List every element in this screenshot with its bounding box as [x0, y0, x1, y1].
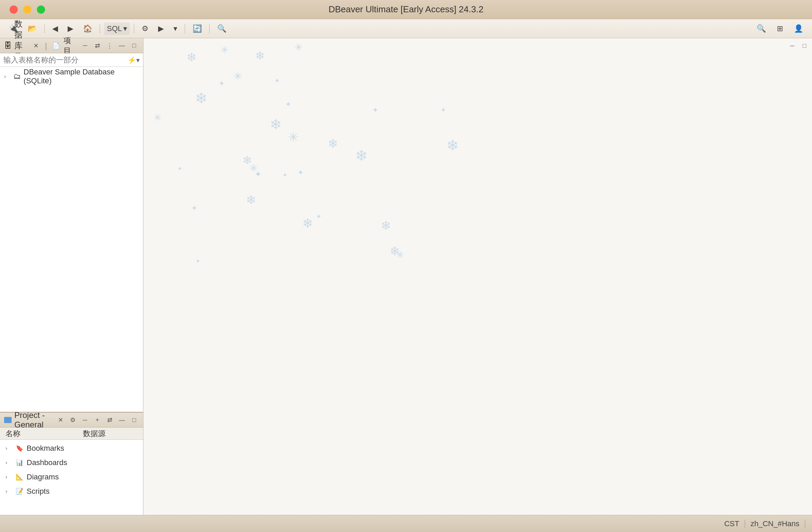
snowflake-6: ✦: [219, 79, 225, 88]
right-maximize-button[interactable]: □: [800, 41, 809, 51]
dropdown-icon: ▾: [173, 24, 177, 33]
toolbar-sep-1: [44, 24, 45, 33]
project-settings-button[interactable]: ⚙: [68, 415, 78, 425]
project-item-expand: ›: [5, 474, 12, 480]
settings-icon: ⚙: [142, 24, 149, 33]
collapse-button[interactable]: ─: [80, 41, 90, 51]
snowflake-23: ❄: [302, 216, 313, 231]
toolbar-sep-4: [185, 24, 185, 33]
project-maximize-button[interactable]: □: [129, 415, 139, 425]
db-nav-tab-icon[interactable]: 📄: [51, 41, 61, 51]
toolbar-sep-5: [209, 24, 210, 33]
snowflake-5: ✳: [233, 70, 242, 83]
sql-label: SQL: [107, 24, 122, 33]
snowflake-9: ❄: [270, 116, 282, 133]
project-minus-button[interactable]: ─: [80, 415, 90, 425]
folder-icon: 📐: [16, 473, 23, 481]
snowflake-11: ✳: [154, 112, 162, 123]
project-item-label: Diagrams: [27, 473, 59, 481]
snowflake-25: ❄: [381, 219, 391, 233]
dropdown-button[interactable]: ▾: [170, 23, 181, 35]
main-layout: 🗄 数据库导航 ✕ | 📄 项目 ─ ⇄ ⋮: [0, 38, 812, 515]
project-tree-item[interactable]: › 📊 Dashboards: [0, 456, 143, 470]
forward-button[interactable]: ▶: [64, 23, 77, 35]
sync-button[interactable]: ⇄: [93, 41, 102, 51]
db-search-input[interactable]: [3, 56, 125, 65]
toolbar-search-right[interactable]: 🔍: [753, 23, 769, 35]
back-button[interactable]: ◀: [49, 23, 61, 35]
snowflake-10: ✳: [288, 130, 299, 145]
sync-icon: ⇄: [95, 42, 100, 50]
project-tree-item[interactable]: › 🔖 Bookmarks: [0, 441, 143, 456]
project-close-button[interactable]: ✕: [56, 415, 65, 425]
home-icon: 🏠: [83, 24, 92, 33]
close-button[interactable]: [10, 5, 18, 14]
project-tree-item[interactable]: › 📐 Diagrams: [0, 470, 143, 484]
project-minimize-button[interactable]: —: [117, 415, 127, 425]
project-item-expand: ›: [5, 445, 12, 451]
right-area: ─ □ ❄✳❄✳❄✳✦✦✦❄✳✳❄❄✦❄✳✦✦✦✦❄✦❄✦❄❄✦✦❄✳: [143, 38, 812, 515]
search-toolbar-button[interactable]: 🔍: [214, 23, 230, 35]
project-sync-button[interactable]: ⇄: [105, 415, 114, 425]
maximize-icon: □: [132, 42, 136, 49]
project-panel: Project - General ✕ ⚙ ─ + ⇄ —: [0, 412, 143, 515]
status-bar: CST zh_CN_#Hans: [0, 515, 812, 532]
maximize-panel-button[interactable]: □: [129, 41, 139, 51]
tab-icon: 📄: [52, 42, 60, 50]
db-nav-close-button[interactable]: ✕: [31, 41, 41, 51]
snowflake-29: ❄: [390, 244, 400, 258]
snowflake-13: ❄: [355, 147, 368, 164]
back-icon: ◀: [52, 24, 58, 33]
minimize-panel-button[interactable]: —: [117, 41, 127, 51]
sql-dropdown-arrow: ▾: [123, 24, 127, 33]
left-panel: 🗄 数据库导航 ✕ | 📄 项目 ─ ⇄ ⋮: [0, 38, 143, 515]
snowflake-27: ✦: [440, 106, 446, 114]
snowflake-24: ✦: [316, 212, 322, 221]
search-right-icon: 🔍: [757, 24, 766, 33]
folder-icon: 📊: [16, 459, 23, 466]
refresh-button[interactable]: 🔄: [189, 23, 205, 35]
project-settings-icon: ⚙: [70, 416, 75, 424]
settings-button[interactable]: ⚙: [138, 23, 152, 35]
refresh-icon: 🔄: [193, 24, 202, 33]
window-title: DBeaver Ultimate [Early Access] 24.3.2: [328, 4, 484, 15]
user-avatar-button[interactable]: 👤: [790, 23, 807, 35]
home-button[interactable]: 🏠: [80, 23, 96, 35]
snowflake-21: ❄: [246, 193, 256, 207]
run-button[interactable]: ▶: [155, 23, 167, 35]
title-bar: DBeaver Ultimate [Early Access] 24.3.2: [0, 0, 812, 19]
project-add-button[interactable]: +: [93, 415, 102, 425]
minimize-button[interactable]: [23, 5, 31, 14]
grid-icon: ⊞: [777, 24, 783, 33]
snowflake-3: ✳: [294, 41, 303, 53]
more-button[interactable]: ⋮: [105, 41, 114, 51]
snowflake-2: ❄: [255, 49, 265, 62]
toolbar-grid-button[interactable]: ⊞: [773, 23, 786, 35]
project-title: Project - General: [14, 410, 53, 430]
snowflake-8: ✦: [285, 100, 291, 109]
run-icon: ▶: [158, 24, 164, 33]
db-navigator-panel: 🗄 数据库导航 ✕ | 📄 项目 ─ ⇄ ⋮: [0, 38, 143, 412]
right-minimize-button[interactable]: ─: [787, 41, 797, 51]
forward-icon: ▶: [68, 24, 73, 33]
project-tree-item[interactable]: › 📝 Scripts: [0, 484, 143, 499]
sql-button[interactable]: SQL ▾: [104, 23, 130, 35]
snowflake-1: ✳: [221, 44, 228, 56]
db-tree-area[interactable]: › 🗂 DBeaver Sample Database (SQLite): [0, 67, 143, 412]
snowflake-20: ✦: [177, 165, 182, 172]
close-icon: ✕: [33, 42, 39, 50]
search-toolbar-icon: 🔍: [217, 24, 226, 33]
db-tree-item[interactable]: › 🗂 DBeaver Sample Database (SQLite): [0, 70, 143, 83]
snowflake-28: ✦: [195, 257, 200, 265]
project-maximize-icon: □: [132, 417, 136, 424]
avatar-icon: 👤: [794, 24, 803, 33]
filter-button[interactable]: ⚡▾: [128, 56, 140, 64]
snowflake-19: ✦: [297, 168, 304, 177]
project-tab-title: 项目: [64, 36, 78, 56]
project-item-label: Scripts: [27, 487, 50, 496]
expand-arrow: ›: [4, 73, 11, 80]
col-name-header: 名称: [5, 429, 83, 439]
maximize-button[interactable]: [37, 5, 45, 14]
project-tree[interactable]: › 🔖 Bookmarks › 📊 Dashboards › 📐 Diagram…: [0, 440, 143, 515]
snowflake-4: ❄: [195, 89, 208, 107]
